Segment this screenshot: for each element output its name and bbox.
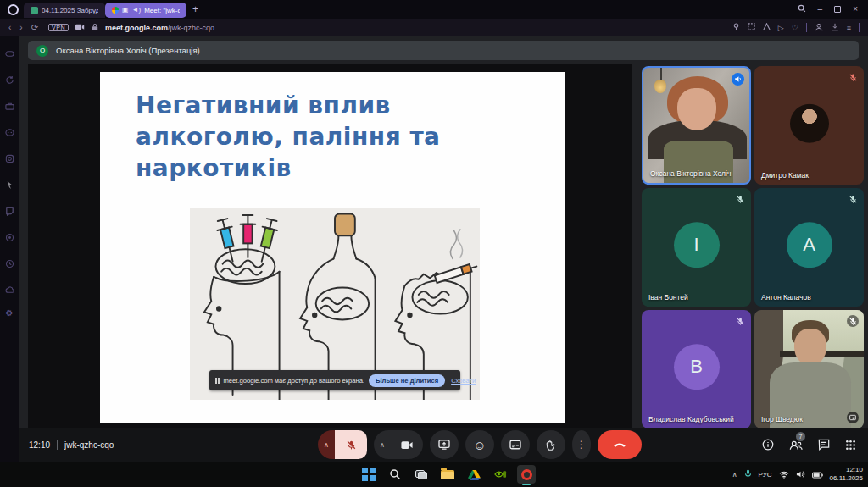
mic-muted-icon	[847, 193, 859, 205]
opera-gx-icon	[521, 469, 532, 480]
browser-tab-bar: 04.11.2025 Забруднення ▣ ◄) Meet: "jwk-q…	[0, 0, 868, 19]
google-drive-button[interactable]	[465, 465, 483, 484]
opera-gx-taskbar-button[interactable]	[517, 465, 536, 484]
avatar-letter: В	[674, 344, 720, 390]
camera-options-chevron[interactable]: ∧	[374, 430, 391, 459]
participants-button[interactable]: 7	[789, 440, 803, 451]
menu-icon[interactable]: ≡	[847, 24, 851, 32]
tray-expand-chevron[interactable]: ∧	[732, 471, 737, 479]
participant-name: Іван Бонтей	[648, 293, 688, 302]
twitch-icon[interactable]	[5, 204, 14, 219]
screen-share-notice: meet.google.com має доступ до вашого екр…	[209, 370, 460, 390]
task-view-button[interactable]	[412, 465, 431, 484]
camera-permission-icon[interactable]	[75, 24, 85, 32]
screen-share-tab-icon: ▣	[122, 7, 129, 14]
meeting-code: jwk-qzhc-cqo	[64, 440, 114, 450]
back-button[interactable]: ‹	[8, 23, 11, 32]
language-indicator[interactable]: РУС	[759, 471, 772, 479]
close-button[interactable]: ×	[853, 5, 858, 14]
meeting-info-button[interactable]	[762, 439, 774, 451]
start-button[interactable]	[359, 465, 378, 484]
pin-icon[interactable]	[732, 23, 740, 32]
screen: 04.11.2025 Забруднення ▣ ◄) Meet: "jwk-q…	[0, 0, 868, 487]
instagram-icon[interactable]	[5, 152, 14, 167]
wifi-icon[interactable]	[779, 467, 789, 482]
presenter-avatar: О	[36, 45, 48, 57]
folder-icon	[441, 470, 454, 479]
captions-button[interactable]	[501, 430, 530, 459]
lock-icon[interactable]	[92, 23, 98, 33]
shared-screen-stage: Негативний вплив алкоголю, паління та на…	[28, 64, 632, 428]
briefcase-icon[interactable]	[5, 99, 14, 114]
profile-icon[interactable]	[815, 23, 823, 33]
end-call-button[interactable]	[598, 430, 642, 459]
more-options-button[interactable]: ⋮	[572, 430, 591, 459]
settings-gear-icon[interactable]: ⚙	[6, 309, 14, 318]
tray-time: 12:10	[846, 466, 863, 473]
refresh-icon[interactable]	[5, 73, 14, 88]
participant-tile-ihor[interactable]: Ігор Шведюк	[754, 310, 864, 429]
camera-toggle-button[interactable]	[391, 430, 423, 459]
present-screen-button[interactable]	[430, 430, 459, 459]
tray-mic-icon[interactable]	[744, 467, 752, 482]
toolbar-divider	[859, 23, 860, 32]
reactions-button[interactable]: ☺	[465, 430, 494, 459]
chat-button[interactable]	[818, 439, 830, 451]
gx-corner-icon[interactable]	[5, 47, 14, 62]
reload-button[interactable]: ⟳	[31, 23, 38, 32]
meeting-time: 12:10	[29, 440, 50, 450]
hide-notice-link[interactable]: Сховати	[451, 377, 476, 385]
participant-tile-dmytro[interactable]: Дмитро Камак	[754, 66, 864, 185]
lamp-bulb	[654, 80, 666, 93]
new-tab-button[interactable]: +	[192, 3, 198, 15]
mic-muted-icon	[847, 315, 859, 327]
tab-search-icon[interactable]	[798, 4, 806, 14]
mic-toggle-button[interactable]	[335, 430, 367, 459]
mic-muted-icon	[734, 193, 746, 205]
picture-in-picture-icon[interactable]	[847, 412, 859, 423]
record-icon[interactable]	[5, 230, 14, 246]
stop-sharing-button[interactable]: Більше не ділитися	[369, 374, 445, 387]
nvidia-button[interactable]	[491, 465, 509, 484]
maximize-button[interactable]	[834, 6, 841, 13]
tab-meet[interactable]: ▣ ◄) Meet: "jwk-qzhc-	[105, 3, 186, 18]
tab-audio-icon[interactable]: ◄)	[132, 7, 142, 14]
raise-hand-button[interactable]	[537, 430, 565, 459]
presentation-banner[interactable]: О Оксана Вікторівна Холіч (Презентація)	[28, 41, 859, 60]
battery-icon[interactable]	[812, 467, 823, 482]
participant-tile-ivan[interactable]: І Іван Бонтей	[642, 188, 751, 307]
minimize-button[interactable]: –	[818, 5, 823, 14]
slide-illustration: meet.google.com має доступ до вашого екр…	[190, 208, 480, 400]
history-icon[interactable]	[5, 257, 14, 272]
taskbar-search-button[interactable]	[386, 465, 404, 484]
discord-icon[interactable]	[5, 125, 14, 141]
task-view-icon	[415, 470, 427, 479]
participant-tile-vladyslav[interactable]: В Владислав Кадубовський	[642, 310, 751, 429]
participant-tile-oksana[interactable]: Оксана Вікторівна Холіч	[642, 66, 751, 185]
address-bar[interactable]: meet.google.com/jwk-qzhc-cqo	[105, 24, 214, 32]
activities-grid-icon[interactable]	[845, 440, 856, 451]
bookmarks-heart-icon[interactable]: ♡	[792, 24, 798, 32]
participant-tile-anton[interactable]: А Антон Калачов	[754, 188, 864, 307]
slide-title: Негативний вплив алкоголю, паління та на…	[136, 91, 526, 185]
vpn-badge[interactable]: VPN	[48, 24, 69, 31]
kebab-icon: ⋮	[576, 439, 587, 451]
ai-assistant-icon[interactable]	[763, 23, 771, 32]
mic-options-chevron[interactable]: ∧	[318, 430, 335, 459]
cloud-icon[interactable]	[5, 283, 14, 298]
taskbar-clock[interactable]: 12:10 06.11.2025	[830, 466, 863, 483]
speaking-audio-icon	[732, 73, 744, 86]
tray-date: 06.11.2025	[830, 474, 863, 482]
participant-name: Антон Калачов	[761, 293, 811, 302]
presentation-slide: Негативний вплив алкоголю, паління та на…	[100, 72, 565, 423]
file-explorer-button[interactable]	[438, 465, 457, 484]
participants-count-badge: 7	[796, 432, 805, 441]
downloads-icon[interactable]	[831, 23, 839, 33]
tab-pollution-doc[interactable]: 04.11.2025 Забруднення	[24, 3, 105, 18]
cursor-icon[interactable]	[5, 178, 14, 193]
opera-logo-icon[interactable]	[8, 4, 19, 15]
player-icon[interactable]: ▷	[778, 24, 784, 32]
forward-button[interactable]: ›	[19, 23, 22, 32]
snapshot-icon[interactable]	[748, 23, 755, 32]
volume-icon[interactable]	[796, 467, 805, 482]
